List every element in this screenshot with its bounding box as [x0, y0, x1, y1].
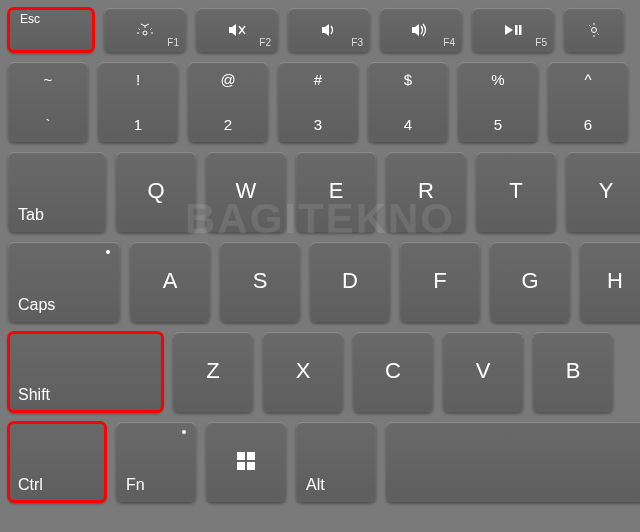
t-key[interactable]: T: [476, 152, 556, 232]
a-key[interactable]: A: [130, 242, 210, 322]
tab-row: Tab Q W E R T Y: [8, 152, 640, 232]
caps-indicator: [106, 250, 110, 254]
caps-key[interactable]: Caps: [8, 242, 120, 322]
fn-row: Esc F1 F2 F3: [8, 8, 640, 52]
r-key[interactable]: R: [386, 152, 466, 232]
fn-key[interactable]: Fn: [116, 422, 196, 502]
mute-icon: [227, 22, 247, 38]
svg-rect-17: [247, 452, 255, 460]
alt-key[interactable]: Alt: [296, 422, 376, 502]
num-3-key[interactable]: #3: [278, 62, 358, 142]
svg-line-15: [598, 34, 600, 36]
ctrl-row: Ctrl Fn Alt: [8, 422, 640, 502]
play-pause-icon: [503, 23, 523, 37]
f-sub: F3: [351, 37, 363, 48]
esc-label: Esc: [20, 12, 40, 26]
h-key[interactable]: H: [580, 242, 640, 322]
num-row: ~` !1 @2 #3 $4 %5 ^6: [8, 62, 640, 142]
c-key[interactable]: C: [353, 332, 433, 412]
svg-line-3: [150, 29, 152, 31]
keyboard: Esc F1 F2 F3: [8, 8, 640, 532]
svg-line-14: [589, 25, 591, 27]
svg-rect-16: [237, 452, 245, 460]
num-5-key[interactable]: %5: [458, 62, 538, 142]
fn-indicator: [182, 430, 186, 434]
s-key[interactable]: S: [220, 242, 300, 322]
brightness-down-icon: [136, 23, 154, 37]
shift-key[interactable]: Shift: [8, 332, 163, 412]
num-6-key[interactable]: ^6: [548, 62, 628, 142]
spacebar-key[interactable]: [386, 422, 640, 502]
ctrl-key[interactable]: Ctrl: [8, 422, 106, 502]
tab-key[interactable]: Tab: [8, 152, 106, 232]
shift-row: Shift Z X C V B: [8, 332, 640, 412]
volume-down-icon: [319, 22, 339, 38]
f2-key[interactable]: F2: [196, 8, 278, 52]
x-key[interactable]: X: [263, 332, 343, 412]
num-1-key[interactable]: !1: [98, 62, 178, 142]
z-key[interactable]: Z: [173, 332, 253, 412]
f5-key[interactable]: F5: [472, 8, 554, 52]
q-key[interactable]: Q: [116, 152, 196, 232]
w-key[interactable]: W: [206, 152, 286, 232]
f-sub: F4: [443, 37, 455, 48]
num-4-key[interactable]: $4: [368, 62, 448, 142]
g-key[interactable]: G: [490, 242, 570, 322]
d-key[interactable]: D: [310, 242, 390, 322]
b-key[interactable]: B: [533, 332, 613, 412]
svg-rect-18: [237, 462, 245, 470]
v-key[interactable]: V: [443, 332, 523, 412]
f-sub: F1: [167, 37, 179, 48]
f6-key[interactable]: [564, 8, 624, 52]
svg-marker-8: [505, 25, 513, 35]
svg-rect-9: [515, 25, 518, 35]
caps-row: Caps A S D F G H: [8, 242, 640, 322]
backtick-key[interactable]: ~`: [8, 62, 88, 142]
f3-key[interactable]: F3: [288, 8, 370, 52]
f4-key[interactable]: F4: [380, 8, 462, 52]
f-sub: F2: [259, 37, 271, 48]
f-key[interactable]: F: [400, 242, 480, 322]
esc-key[interactable]: Esc: [8, 8, 94, 52]
svg-rect-19: [247, 462, 255, 470]
svg-line-2: [139, 29, 141, 31]
f1-key[interactable]: F1: [104, 8, 186, 52]
y-key[interactable]: Y: [566, 152, 640, 232]
brightness-up-icon: [586, 22, 602, 38]
windows-icon: [236, 451, 256, 471]
e-key[interactable]: E: [296, 152, 376, 232]
svg-point-0: [143, 31, 147, 35]
windows-key[interactable]: [206, 422, 286, 502]
svg-rect-10: [519, 25, 522, 35]
volume-up-icon: [410, 22, 432, 38]
f-sub: F5: [535, 37, 547, 48]
num-2-key[interactable]: @2: [188, 62, 268, 142]
svg-point-11: [592, 28, 597, 33]
